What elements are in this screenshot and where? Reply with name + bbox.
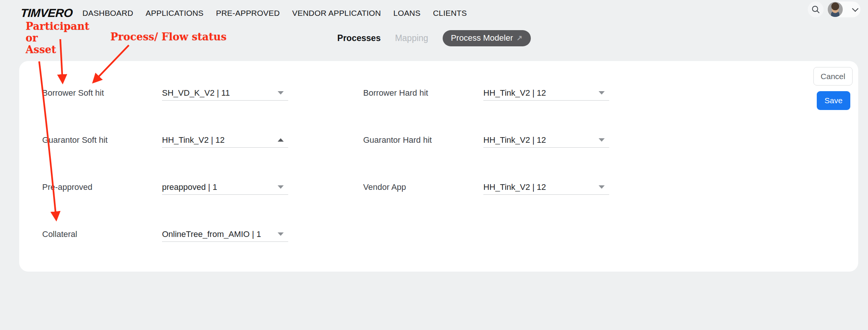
field-label-vendor-app: Vendor App [363,180,406,195]
select-borrower-soft-hit[interactable]: SH_VD_K_V2 | 11 [162,86,288,101]
chevron-down-icon [599,138,605,142]
select-guarantor-hard-hit[interactable]: HH_Tink_V2 | 12 [483,133,609,148]
field-label-borrower-hard-hit: Borrower Hard hit [363,86,428,101]
top-navigation-bar: TIMVERO DASHBOARD APPLICATIONS PRE-APPRO… [0,0,868,26]
chevron-down-icon [278,91,284,95]
select-value: HH_Tink_V2 | 12 [162,135,225,145]
avatar [828,2,843,17]
main-menu: DASHBOARD APPLICATIONS PRE-APPROVED VEND… [83,9,467,18]
select-value: HH_Tink_V2 | 12 [483,182,546,192]
process-modeler-label: Process Modeler [451,33,513,43]
nav-item-pre-approved[interactable]: PRE-APPROVED [216,9,280,18]
chevron-down-icon [599,185,605,189]
field-label-collateral: Collateral [42,227,77,242]
process-mapping-card: Borrower Soft hit SH_VD_K_V2 | 11 Borrow… [19,61,858,272]
nav-item-applications[interactable]: APPLICATIONS [146,9,204,18]
tab-processes[interactable]: Processes [337,33,381,43]
chevron-up-icon [278,138,284,142]
annotation-process-flow-status: Process/ Flow status [110,31,226,43]
field-label-guarantor-hard-hit: Guarantor Hard hit [363,133,432,148]
tab-mapping[interactable]: Mapping [395,33,428,43]
chevron-down-icon [278,185,284,189]
chevron-down-icon [278,232,284,236]
field-label-guarantor-soft-hit: Guarantor Soft hit [42,133,108,148]
chevron-down-icon [599,91,605,95]
select-borrower-hard-hit[interactable]: HH_Tink_V2 | 12 [483,86,609,101]
timvero-logo[interactable]: TIMVERO [20,6,73,20]
cancel-button[interactable]: Cancel [813,67,853,86]
search-icon [811,5,820,14]
field-label-borrower-soft-hit: Borrower Soft hit [42,86,104,101]
select-value: OnlineTree_from_AMIO | 1 [162,229,261,239]
search-button[interactable] [808,2,824,17]
select-value: preappoved | 1 [162,182,217,192]
select-collateral[interactable]: OnlineTree_from_AMIO | 1 [162,227,288,242]
select-vendor-app[interactable]: HH_Tink_V2 | 12 [483,180,609,195]
external-link-icon: ↗ [517,34,523,42]
annotation-line: Participant [26,20,89,32]
annotation-line: Asset [26,44,89,55]
chevron-down-icon [852,5,859,12]
user-menu[interactable] [827,2,860,17]
annotation-participant-or-asset: Participant or Asset [26,20,89,55]
select-pre-approved[interactable]: preappoved | 1 [162,180,288,195]
select-value: HH_Tink_V2 | 12 [483,88,546,98]
select-value: SH_VD_K_V2 | 11 [162,88,230,98]
nav-item-vendor-application[interactable]: VENDOR APPLICATION [292,9,381,18]
annotation-line: or [26,32,89,44]
nav-right-cluster [808,2,860,17]
process-modeler-button[interactable]: Process Modeler ↗ [443,30,531,46]
nav-item-clients[interactable]: CLIENTS [433,9,467,18]
save-button[interactable]: Save [817,91,850,110]
select-value: HH_Tink_V2 | 12 [483,135,546,145]
field-label-pre-approved: Pre-approved [42,180,92,195]
nav-item-loans[interactable]: LOANS [393,9,420,18]
nav-item-dashboard[interactable]: DASHBOARD [83,9,133,18]
select-guarantor-soft-hit[interactable]: HH_Tink_V2 | 12 [162,133,288,148]
